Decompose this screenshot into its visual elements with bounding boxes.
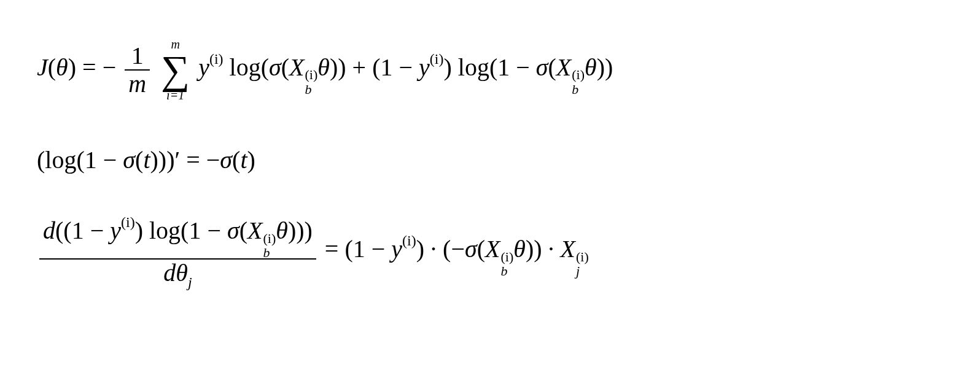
superscript-i: (i) <box>500 251 513 264</box>
derivative-fraction: d((1 − y(i)) log(1 − σ(X(i)bθ))) dθj <box>39 217 316 286</box>
symbol-sigma-fn: σ <box>465 236 477 263</box>
derivative-denominator: dθj <box>39 260 316 287</box>
derivative-numerator: d((1 − y(i)) log(1 − σ(X(i)bθ))) <box>39 217 316 259</box>
dot-operator: · <box>542 236 561 263</box>
one-minus: 1 − <box>353 236 392 263</box>
symbol-sigma-fn: σ <box>123 146 135 174</box>
open-paren: ( <box>477 236 485 263</box>
superscript-i: (i) <box>121 214 135 230</box>
minus-sign: − <box>103 53 117 81</box>
supersub-b-i: (i)b <box>572 69 585 94</box>
symbol-X: X <box>556 53 571 81</box>
close-paren: ) <box>68 53 76 81</box>
symbol-X: X <box>561 236 575 263</box>
symbol-y: y <box>419 53 430 81</box>
close-double-paren: )) <box>330 53 346 81</box>
log-open: log( <box>452 53 497 81</box>
minus-sign: − <box>206 146 220 174</box>
symbol-d: d <box>43 217 55 244</box>
supersub-b-i: (i)b <box>305 69 318 94</box>
equals-sign: = <box>76 53 103 81</box>
symbol-sigma-fn: σ <box>536 53 548 81</box>
open-paren: ( <box>239 217 247 244</box>
subscript-b: b <box>500 265 513 278</box>
subscript-j: j <box>576 265 589 278</box>
log-open: log( <box>224 53 269 81</box>
one-minus: 1 − <box>85 146 123 174</box>
symbol-sigma-fn: σ <box>269 53 281 81</box>
open-paren: ( <box>344 236 352 263</box>
supersub-b-i: (i)b <box>500 251 513 277</box>
equals-sign: = <box>180 146 206 174</box>
symbol-theta: θ <box>513 236 526 263</box>
plus-sign: + <box>346 53 373 81</box>
log-open: log( <box>143 217 189 244</box>
symbol-theta: θ <box>176 259 188 287</box>
open-paren: ( <box>281 53 289 81</box>
open-paren: ( <box>37 146 45 174</box>
symbol-J: J <box>37 53 48 81</box>
equation-2: (log(1 − σ(t)))′ = −σ(t) <box>37 145 980 174</box>
symbol-theta: θ <box>276 217 288 244</box>
subscript-j: j <box>188 274 192 290</box>
open-paren: ( <box>232 146 240 174</box>
equation-3: d((1 − y(i)) log(1 − σ(X(i)bθ))) dθj = (… <box>37 217 980 286</box>
symbol-d: d <box>163 259 176 287</box>
sigma-icon: ∑ <box>161 52 190 88</box>
close-paren: ) <box>247 146 255 174</box>
open-paren: ( <box>548 53 556 81</box>
one-minus: 1 − <box>189 217 227 244</box>
close-double-paren: )) <box>597 53 613 81</box>
close-paren: ) <box>416 236 424 263</box>
close-double-paren: )) <box>526 236 542 263</box>
superscript-i: (i) <box>572 69 585 82</box>
open-paren: ( <box>55 217 63 244</box>
symbol-t: t <box>240 146 247 174</box>
symbol-y: y <box>198 53 209 81</box>
fraction-denominator: m <box>125 71 150 98</box>
symbol-X: X <box>289 53 304 81</box>
symbol-y: y <box>110 217 121 244</box>
symbol-theta: θ <box>585 53 597 81</box>
log-open: log( <box>45 146 84 174</box>
neg-open-paren: (− <box>443 236 465 263</box>
symbol-X: X <box>485 236 500 263</box>
open-paren: ( <box>135 146 143 174</box>
close-paren: ) <box>135 217 143 244</box>
symbol-y: y <box>391 236 402 263</box>
open-paren: ( <box>372 53 380 81</box>
dot-operator: · <box>424 236 443 263</box>
symbol-theta: θ <box>56 53 68 81</box>
one-minus: 1 − <box>497 53 536 81</box>
superscript-i: (i) <box>209 51 224 67</box>
close-paren: ) <box>443 53 451 81</box>
close-triple-paren-prime: )))′ <box>150 146 181 174</box>
equation-1: J(θ) = − 1 m m ∑ i=1 y(i) log(σ(X(i)bθ))… <box>37 37 980 102</box>
open-paren: ( <box>48 53 56 81</box>
one-minus: 1 − <box>380 53 419 81</box>
subscript-b: b <box>305 83 318 96</box>
superscript-i: (i) <box>576 251 589 264</box>
one-minus: (1 − <box>63 217 110 244</box>
superscript-i: (i) <box>430 51 444 67</box>
fraction-numerator: 1 <box>125 42 150 71</box>
symbol-sigma-fn: σ <box>220 146 232 174</box>
supersub-j-i: (i)j <box>576 251 589 277</box>
superscript-i: (i) <box>263 233 276 245</box>
symbol-sigma-fn: σ <box>227 217 239 244</box>
superscript-i: (i) <box>402 233 416 249</box>
symbol-theta: θ <box>317 53 330 81</box>
superscript-i: (i) <box>305 69 318 82</box>
subscript-b: b <box>263 247 276 260</box>
symbol-t: t <box>143 146 150 174</box>
close-triple-paren: ))) <box>288 217 313 244</box>
equals-sign: = <box>325 236 345 263</box>
symbol-X: X <box>247 217 262 244</box>
subscript-b: b <box>572 83 585 96</box>
summation-symbol: m ∑ i=1 <box>161 37 190 102</box>
fraction-one-over-m: 1 m <box>125 42 150 98</box>
supersub-b-i: (i)b <box>263 233 276 258</box>
